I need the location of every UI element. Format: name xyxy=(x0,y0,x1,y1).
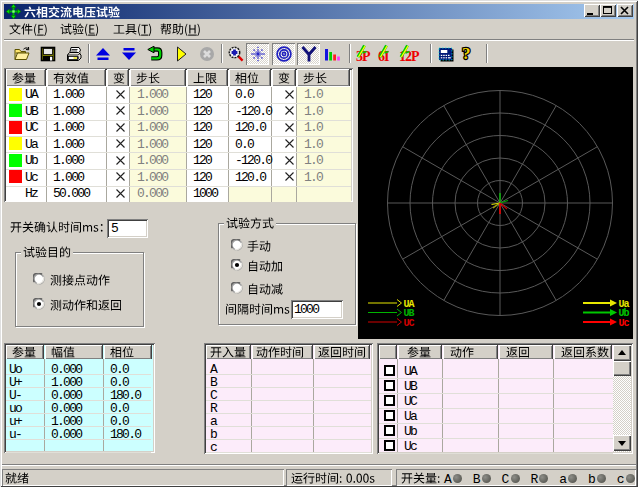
svg-text:?: ? xyxy=(462,44,471,63)
svg-text:Uc: Uc xyxy=(619,318,630,329)
svg-text:UC: UC xyxy=(404,318,415,329)
